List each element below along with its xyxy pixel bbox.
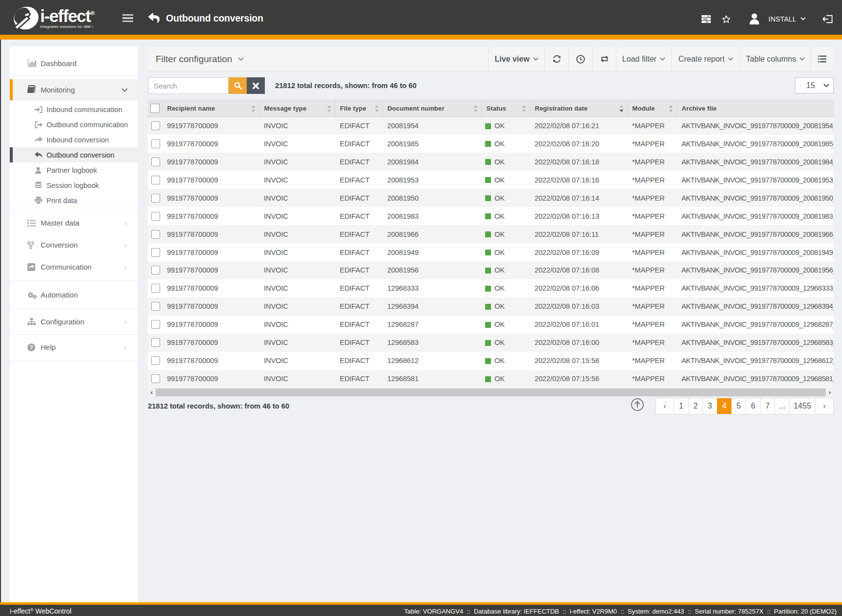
svg-text:?: ? — [30, 344, 33, 350]
